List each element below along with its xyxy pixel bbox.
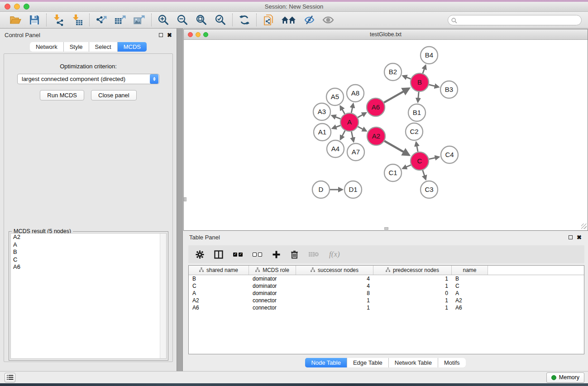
table-cell[interactable]: dominator xyxy=(249,282,296,290)
tab-mcds[interactable]: MCDS xyxy=(118,42,147,52)
graph-edge-A6-B[interactable] xyxy=(384,88,409,102)
table-cell[interactable]: 1 xyxy=(373,275,452,282)
table-cell[interactable]: 8 xyxy=(296,290,373,297)
save-session-icon[interactable] xyxy=(28,14,41,26)
result-item-a2[interactable]: A2 xyxy=(11,234,166,241)
import-network-icon[interactable] xyxy=(52,14,65,26)
graph-edge-A-A5[interactable] xyxy=(340,106,345,114)
tab-motifs[interactable]: Motifs xyxy=(438,358,466,367)
hide-graphics-details-icon[interactable] xyxy=(303,14,316,26)
table-options-icon[interactable] xyxy=(196,250,204,259)
zoom-out-icon[interactable] xyxy=(176,14,189,26)
search-input[interactable] xyxy=(448,15,582,25)
float-panel-icon[interactable] xyxy=(159,33,163,37)
graph-node-A5[interactable]: A5 xyxy=(326,88,344,105)
resize-grip-icon[interactable] xyxy=(581,224,587,229)
close-table-panel-icon[interactable]: ✖ xyxy=(577,234,582,240)
home-icon[interactable] xyxy=(281,14,296,26)
tab-style[interactable]: Style xyxy=(64,42,89,52)
graph-edge-B-B2[interactable] xyxy=(403,76,411,79)
function-builder-icon[interactable]: f(x) xyxy=(329,250,340,259)
table-cell[interactable]: A xyxy=(452,290,488,297)
new-network-icon[interactable] xyxy=(262,14,275,26)
graph-edge-C-C3[interactable] xyxy=(423,170,426,180)
table-cell[interactable]: A2 xyxy=(189,297,249,304)
delete-row-icon[interactable] xyxy=(291,250,298,259)
table-cell[interactable]: dominator xyxy=(249,275,296,282)
column-header-predecessor-nodes[interactable]: predecessor nodes xyxy=(373,266,452,275)
column-header-name[interactable]: name xyxy=(452,266,488,275)
table-row[interactable]: A2connector11A2 xyxy=(189,297,584,304)
export-network-icon[interactable] xyxy=(95,14,108,26)
show-columns-icon[interactable] xyxy=(214,250,223,259)
network-canvas[interactable]: B4B2BB3A8A5A6A3B1AA1C2A2A4A7C4CC1C3DD1 xyxy=(184,40,588,230)
column-header-shared-name[interactable]: shared name xyxy=(189,266,249,275)
graph-node-B3[interactable]: B3 xyxy=(440,81,458,98)
graph-node-C2[interactable]: C2 xyxy=(406,123,423,140)
run-mcds-button[interactable]: Run MCDS xyxy=(40,90,84,100)
graph-edge-A-A3[interactable] xyxy=(332,115,340,119)
table-cell[interactable]: 1 xyxy=(373,282,452,290)
vertical-scrollbar-thumb[interactable] xyxy=(184,197,186,201)
table-cell[interactable]: dominator xyxy=(249,290,296,297)
graph-node-A4[interactable]: A4 xyxy=(327,140,344,157)
import-table-icon[interactable] xyxy=(71,14,84,26)
table-cell[interactable]: A6 xyxy=(189,304,249,311)
column-header-MCDS-role[interactable]: MCDS role xyxy=(249,266,296,275)
graph-node-A[interactable]: A xyxy=(340,113,359,131)
table-cell[interactable]: B xyxy=(189,275,249,282)
table-row[interactable]: Adominator80A xyxy=(189,290,584,297)
graph-node-A2[interactable]: A2 xyxy=(367,127,385,145)
table-cell[interactable]: C xyxy=(452,282,488,290)
graph-node-D1[interactable]: D1 xyxy=(344,181,362,198)
graph-node-C1[interactable]: C1 xyxy=(384,164,402,181)
result-item-b[interactable]: B xyxy=(11,248,166,256)
tab-node-table[interactable]: Node Table xyxy=(305,358,347,367)
result-item-a6[interactable]: A6 xyxy=(11,263,166,271)
table-cell[interactable]: A6 xyxy=(452,304,488,311)
float-table-panel-icon[interactable] xyxy=(569,235,573,239)
graph-edge-B-B1[interactable] xyxy=(418,92,419,102)
graph-node-C4[interactable]: C4 xyxy=(441,146,458,163)
table-row[interactable]: Cdominator41C xyxy=(189,282,584,290)
refresh-icon[interactable] xyxy=(238,14,251,26)
close-panel-button[interactable]: Close panel xyxy=(91,90,137,100)
add-row-icon[interactable] xyxy=(272,250,281,259)
memory-button[interactable]: Memory xyxy=(546,372,584,383)
graph-edge-C-C4[interactable] xyxy=(429,157,439,159)
tab-network[interactable]: Network xyxy=(30,42,64,52)
table-cell[interactable]: connector xyxy=(249,297,296,304)
table-cell[interactable]: 4 xyxy=(296,275,373,282)
table-cell[interactable]: 1 xyxy=(296,304,373,311)
result-item-a[interactable]: A xyxy=(11,241,166,249)
close-panel-icon[interactable]: ✖ xyxy=(167,32,172,38)
graph-node-B4[interactable]: B4 xyxy=(421,47,438,64)
show-view-icon[interactable] xyxy=(322,14,335,26)
table-cell[interactable]: 4 xyxy=(296,282,373,290)
table-cell[interactable]: 0 xyxy=(373,290,452,297)
table-cell[interactable]: A xyxy=(189,290,249,297)
table-cell[interactable]: A2 xyxy=(452,297,488,304)
graph-node-A7[interactable]: A7 xyxy=(347,143,364,161)
graph-edge-A-A2[interactable] xyxy=(358,127,367,131)
export-image-icon[interactable] xyxy=(133,14,146,26)
table-cell[interactable]: B xyxy=(452,275,488,282)
graph-node-D[interactable]: D xyxy=(312,181,330,198)
zoom-selected-icon[interactable] xyxy=(214,14,227,26)
graph-node-A8[interactable]: A8 xyxy=(347,85,364,102)
select-all-icon[interactable] xyxy=(233,253,243,257)
table-cell[interactable]: 1 xyxy=(296,297,373,304)
graph-edge-C-C2[interactable] xyxy=(416,142,418,152)
graph-edge-A-A7[interactable] xyxy=(351,132,354,142)
zoom-in-icon[interactable] xyxy=(157,14,170,26)
table-row[interactable]: A6connector11A6 xyxy=(189,304,584,311)
graph-node-A3[interactable]: A3 xyxy=(313,103,330,120)
graph-node-A1[interactable]: A1 xyxy=(314,124,331,141)
export-table-icon[interactable] xyxy=(114,14,127,26)
graph-node-C[interactable]: C xyxy=(411,152,429,170)
open-file-icon[interactable] xyxy=(9,14,22,26)
graph-edge-A-A8[interactable] xyxy=(351,104,353,113)
graph-edge-A-A6[interactable] xyxy=(358,113,366,117)
task-history-button[interactable] xyxy=(5,373,15,382)
criterion-dropdown[interactable]: largest connected component (directed) xyxy=(17,74,159,84)
